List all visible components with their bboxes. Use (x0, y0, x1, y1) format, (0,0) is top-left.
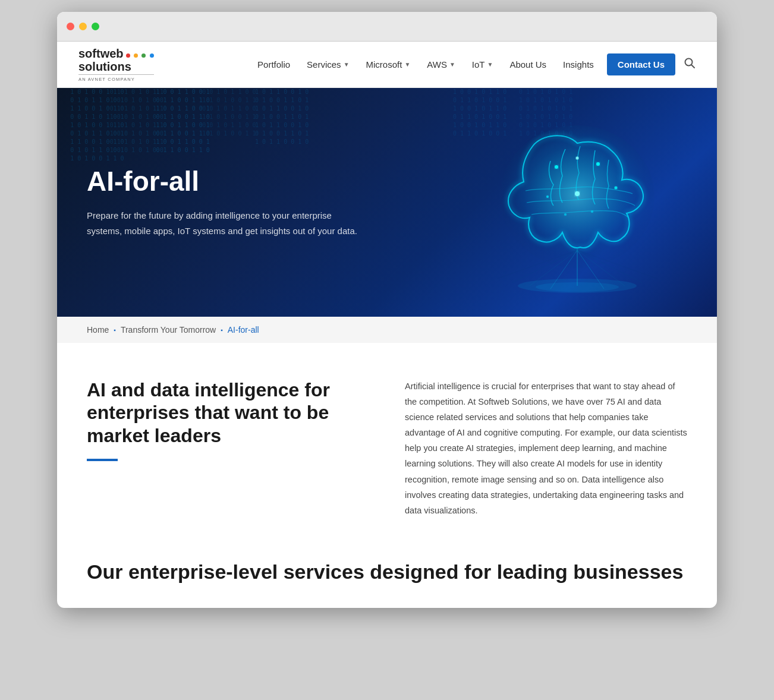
microsoft-caret: ▼ (404, 61, 410, 68)
nav-services[interactable]: Services ▼ (300, 55, 356, 74)
nav-insights[interactable]: Insights (556, 55, 601, 74)
section-heading: AI and data intelligence for enterprises… (87, 379, 369, 447)
logo-text-line2: solutions (78, 61, 154, 72)
brain-visual (473, 108, 681, 298)
contact-us-button[interactable]: Contact Us (607, 53, 675, 75)
nav-iot[interactable]: IoT ▼ (465, 55, 501, 74)
browser-window: softweb solutions AN AVNET COMPANY Portf… (57, 12, 717, 608)
logo-dots-inline (126, 49, 154, 60)
services-caret: ▼ (344, 61, 350, 68)
svg-point-10 (591, 210, 593, 213)
svg-point-4 (555, 165, 558, 169)
hero-description: Prepare for the future by adding intelli… (87, 208, 360, 238)
aws-caret: ▼ (449, 61, 455, 68)
breadcrumb-sep-1: ▪ (114, 327, 116, 333)
logo-tagline: AN AVNET COMPANY (78, 74, 154, 82)
breadcrumb-sep-2: ▪ (221, 327, 223, 333)
breadcrumb-home[interactable]: Home (87, 325, 109, 335)
close-button[interactable] (67, 23, 74, 30)
bottom-section: Our enterprise-level services designed f… (57, 548, 717, 608)
svg-point-6 (596, 162, 600, 166)
navbar: softweb solutions AN AVNET COMPANY Portf… (57, 42, 717, 88)
main-section: AI and data intelligence for enterprises… (57, 343, 717, 548)
logo-text-line1: softweb (78, 47, 124, 61)
left-column: AI and data intelligence for enterprises… (87, 379, 369, 461)
breadcrumb-current: AI-for-all (228, 325, 259, 335)
svg-point-8 (615, 186, 618, 189)
nav-about[interactable]: About Us (502, 55, 553, 74)
breadcrumb: Home ▪ Transform Your Tomorrow ▪ AI-for-… (57, 317, 717, 343)
nav-microsoft[interactable]: Microsoft ▼ (359, 55, 418, 74)
hero-content: AI-for-all Prepare for the future by add… (87, 166, 360, 239)
svg-line-1 (692, 65, 695, 68)
svg-point-9 (564, 213, 567, 216)
svg-point-5 (576, 156, 579, 159)
nav-aws[interactable]: AWS ▼ (420, 55, 462, 74)
minimize-button[interactable] (79, 23, 87, 30)
browser-chrome (57, 12, 717, 42)
right-column: Artificial intelligence is crucial for e… (405, 379, 687, 518)
maximize-button[interactable] (92, 23, 99, 30)
svg-point-0 (685, 59, 693, 66)
hero-title: AI-for-all (87, 166, 360, 197)
logo[interactable]: softweb solutions AN AVNET COMPANY (78, 47, 154, 82)
search-button[interactable] (684, 57, 696, 72)
svg-point-22 (536, 282, 619, 292)
bottom-heading: Our enterprise-level services designed f… (87, 560, 687, 584)
nav-links: Portfolio Services ▼ Microsoft ▼ AWS ▼ I… (250, 53, 696, 75)
iot-caret: ▼ (487, 61, 493, 68)
blue-divider (87, 459, 118, 461)
svg-point-11 (575, 191, 580, 196)
breadcrumb-transform[interactable]: Transform Your Tomorrow (121, 325, 216, 335)
nav-portfolio[interactable]: Portfolio (250, 55, 297, 74)
content-grid: AI and data intelligence for enterprises… (87, 379, 687, 518)
main-paragraph: Artificial intelligence is crucial for e… (405, 379, 687, 518)
hero-section: 1 0 1 0 0 1 1 00 1 0 1 1 0 0 11 1 0 0 1 … (57, 88, 717, 317)
svg-point-7 (546, 196, 549, 198)
